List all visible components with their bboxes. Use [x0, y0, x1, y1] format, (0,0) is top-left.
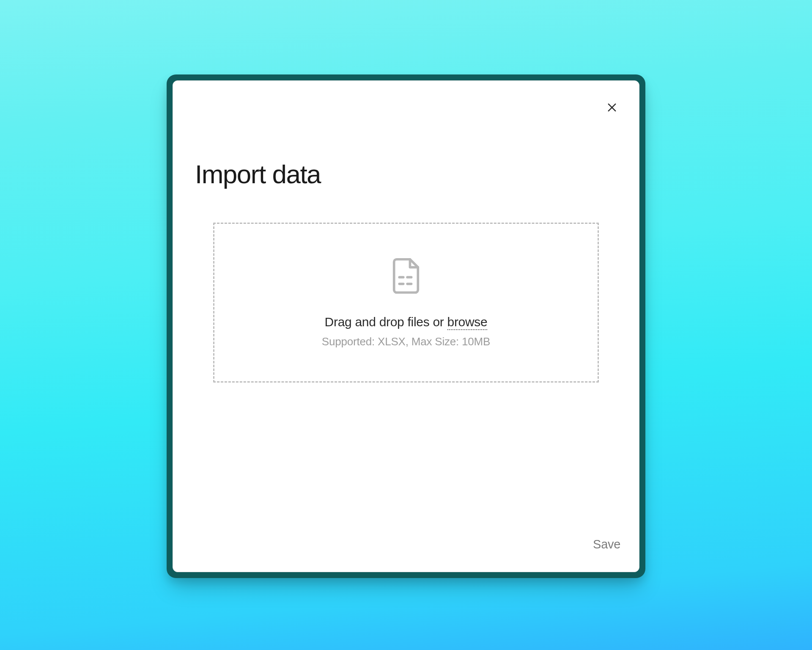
modal-body: Import data Drag and drop files or brows… — [173, 81, 639, 537]
browse-link[interactable]: browse — [447, 315, 488, 330]
file-dropzone[interactable]: Drag and drop files or browse Supported:… — [213, 223, 599, 383]
close-icon — [606, 102, 618, 115]
dropzone-instruction: Drag and drop files or browse — [325, 315, 488, 329]
dropzone-support-text: Supported: XLSX, Max Size: 10MB — [322, 335, 490, 348]
dropzone-drag-text: Drag and drop files or — [325, 315, 447, 329]
save-button[interactable]: Save — [593, 537, 620, 551]
modal-title: Import data — [195, 160, 617, 188]
file-spreadsheet-icon — [390, 257, 422, 295]
close-button[interactable] — [603, 99, 621, 117]
modal-footer: Save — [173, 537, 639, 572]
modal-dialog: Import data Drag and drop files or brows… — [167, 74, 645, 578]
modal-content: Import data Drag and drop files or brows… — [173, 80, 639, 572]
